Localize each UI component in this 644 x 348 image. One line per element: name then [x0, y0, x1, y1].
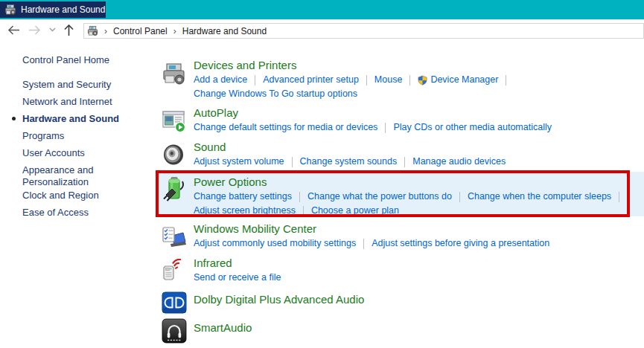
- breadcrumb-chevron-icon: ›: [102, 26, 109, 36]
- dolby-icon: [162, 290, 187, 317]
- sidebar-item-system-and-security[interactable]: System and Security: [22, 79, 143, 91]
- speaker-icon: [162, 143, 187, 170]
- control-panel-icon: [87, 25, 98, 36]
- link-manage-audio-devices[interactable]: Manage audio devices: [412, 155, 506, 168]
- link-adjust-presentation-settings[interactable]: Adjust settings before giving a presenta…: [372, 237, 549, 250]
- sidebar-item-clock-and-region[interactable]: Clock and Region: [22, 190, 143, 202]
- section-title[interactable]: Devices and Printers: [194, 59, 514, 72]
- link-change-default-media-settings[interactable]: Change default settings for media or dev…: [194, 121, 377, 134]
- section-title[interactable]: SmartAudio: [194, 321, 252, 335]
- link-change-windows-to-go[interactable]: Change Windows To Go startup options: [194, 88, 357, 100]
- section-windows-mobility-center: Windows Mobility Center Adjust commonly …: [157, 222, 549, 250]
- smartaudio-icon: [162, 318, 187, 345]
- sidebar: Control Panel Home System and Security N…: [0, 40, 153, 348]
- link-adjust-mobility-settings[interactable]: Adjust commonly used mobility settings: [194, 237, 356, 250]
- breadcrumb-chevron-icon: ›: [171, 26, 179, 36]
- section-smartaudio: SmartAudio: [157, 321, 252, 335]
- separator: [255, 75, 255, 86]
- separator: [292, 157, 293, 167]
- printer-icon: [162, 62, 187, 89]
- uac-shield-icon: [418, 75, 427, 86]
- link-label: Device Manager: [430, 74, 498, 86]
- link-add-a-device[interactable]: Add a device: [194, 74, 247, 86]
- sidebar-item-control-panel-home[interactable]: Control Panel Home: [22, 54, 143, 66]
- separator: [404, 157, 405, 167]
- section-dolby: Dolby Digital Plus Advanced Audio: [157, 293, 364, 306]
- section-sound: Sound Adjust system volume Change system…: [157, 141, 506, 168]
- sidebar-item-appearance-and-personalization[interactable]: Appearance and Personalization: [22, 164, 134, 188]
- address-bar[interactable]: › Control Panel › Hardware and Sound: [83, 23, 644, 39]
- section-title[interactable]: Dolby Digital Plus Advanced Audio: [194, 293, 364, 306]
- separator: [363, 239, 364, 249]
- recent-pages-chevron-icon[interactable]: [45, 22, 60, 37]
- sidebar-item-user-accounts[interactable]: User Accounts: [22, 147, 143, 159]
- separator: [506, 75, 506, 86]
- infrared-icon: [162, 259, 187, 286]
- title-bar: Hardware and Sound: [0, 0, 644, 19]
- link-device-manager[interactable]: Device Manager: [418, 74, 498, 86]
- separator: [385, 123, 386, 133]
- section-autoplay: AutoPlay Change default settings for med…: [157, 106, 552, 134]
- section-title[interactable]: Infrared: [194, 257, 281, 270]
- window-title: Hardware and Sound: [21, 4, 105, 15]
- sidebar-item-programs[interactable]: Programs: [22, 130, 143, 142]
- link-row: Send or receive a file: [194, 271, 281, 284]
- link-row: Adjust commonly used mobility settings A…: [194, 237, 549, 250]
- sidebar-item-label: Hardware and Sound: [22, 113, 119, 124]
- sidebar-item-hardware-and-sound[interactable]: Hardware and Sound: [22, 113, 143, 125]
- navigation-bar: › Control Panel › Hardware and Sound: [0, 19, 644, 40]
- separator: [409, 75, 410, 86]
- section-title[interactable]: Sound: [194, 141, 506, 154]
- link-advanced-printer-setup[interactable]: Advanced printer setup: [263, 74, 359, 86]
- hardware-and-sound-icon: [4, 4, 16, 16]
- link-adjust-system-volume[interactable]: Adjust system volume: [194, 155, 284, 168]
- control-panel-window: Hardware and Sound: [0, 0, 644, 348]
- link-send-or-receive-a-file[interactable]: Send or receive a file: [194, 271, 281, 284]
- link-row: Adjust system volume Change system sound…: [194, 155, 506, 168]
- section-infrared: Infrared Send or receive a file: [157, 257, 281, 284]
- link-change-system-sounds[interactable]: Change system sounds: [300, 155, 398, 168]
- mobility-icon: [162, 225, 187, 252]
- red-annotation-box: [156, 170, 630, 217]
- link-play-cds-automatically[interactable]: Play CDs or other media automatically: [393, 121, 552, 134]
- section-devices-and-printers: Devices and Printers Add a device Advanc…: [157, 59, 514, 100]
- back-icon[interactable]: [6, 22, 21, 37]
- section-title[interactable]: AutoPlay: [194, 106, 552, 120]
- title-overlay: Hardware and Sound: [0, 1, 106, 18]
- forward-icon[interactable]: [27, 22, 42, 37]
- autoplay-icon: [162, 109, 187, 136]
- link-row: Add a device Advanced printer setup Mous…: [194, 74, 514, 86]
- link-row: Change Windows To Go startup options: [194, 88, 514, 100]
- active-bullet-icon: [12, 117, 16, 120]
- sidebar-item-network-and-internet[interactable]: Network and Internet: [22, 96, 143, 108]
- link-row: Change default settings for media or dev…: [194, 121, 552, 134]
- separator: [366, 75, 367, 86]
- sidebar-item-ease-of-access[interactable]: Ease of Access: [22, 207, 143, 219]
- breadcrumb-control-panel[interactable]: Control Panel: [113, 26, 168, 36]
- section-title[interactable]: Windows Mobility Center: [194, 222, 549, 236]
- breadcrumb-hardware-and-sound[interactable]: Hardware and Sound: [182, 26, 267, 36]
- link-mouse[interactable]: Mouse: [374, 74, 403, 86]
- up-icon[interactable]: [61, 22, 76, 37]
